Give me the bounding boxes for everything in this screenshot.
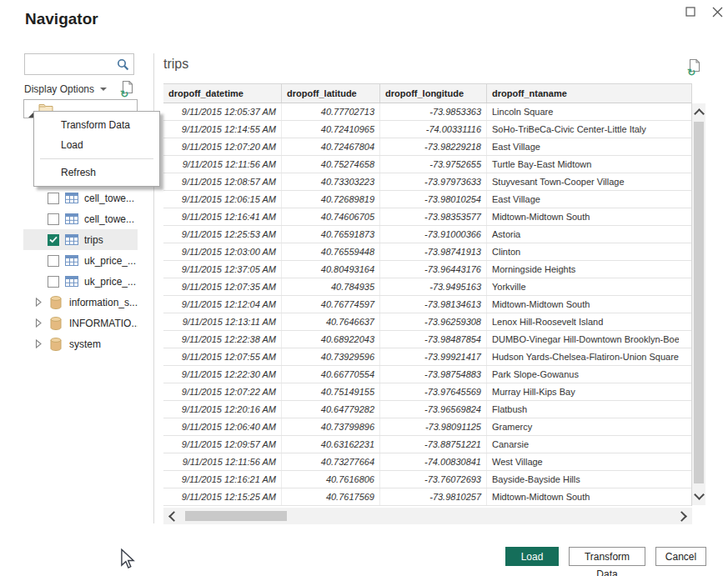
table-cell: 9/11/2015 12:22:38 AM: [163, 331, 282, 348]
checkbox-checked[interactable]: [48, 234, 59, 246]
table-cell: 40.76591873: [282, 226, 380, 243]
checkbox-unchecked[interactable]: [48, 276, 59, 288]
table-cell: -73.98229218: [380, 138, 487, 155]
table-cell: 9/11/2015 12:11:56 AM: [163, 453, 282, 470]
refresh-preview-icon[interactable]: ↻: [689, 58, 702, 75]
table-cell: 40.784935: [282, 278, 380, 295]
table-cell: Stuyvesant Town-Cooper Village: [487, 173, 679, 190]
table-cell: 9/11/2015 12:06:15 AM: [163, 191, 282, 208]
horizontal-scrollbar[interactable]: [163, 508, 692, 524]
sidebar-item-uk-price[interactable]: uk_price_...: [23, 250, 138, 271]
table-row: 9/11/2015 12:08:57 AM40.73303223-73.9797…: [163, 173, 691, 191]
table-row: 9/11/2015 12:22:30 AM40.66770554-73.9875…: [163, 366, 691, 383]
search-input[interactable]: [28, 56, 117, 74]
table-row: 9/11/2015 12:16:41 AM40.74606705-73.9835…: [163, 208, 691, 226]
column-header-dropoff-longitude: dropoff_longitude: [380, 84, 487, 103]
checkbox-unchecked[interactable]: [48, 255, 59, 267]
sidebar-item-information-s[interactable]: information_s...: [23, 292, 138, 313]
sidebar-item-label: uk_price_...: [84, 255, 136, 267]
sidebar-item-label: uk_price_...: [84, 276, 136, 288]
sidebar-item-uk-price[interactable]: uk_price_...: [23, 271, 138, 292]
table-cell: 40.7616806: [282, 471, 380, 488]
table-cell: East Village: [487, 191, 679, 208]
table-cell: -73.9810257: [380, 488, 487, 505]
table-cell: 9/11/2015 12:16:41 AM: [163, 208, 282, 225]
table-icon: [65, 193, 78, 203]
sidebar-item-cell-towe[interactable]: cell_towe...: [23, 208, 138, 229]
table-cell: Lenox Hill-Roosevelt Island: [487, 313, 679, 330]
checkbox-unchecked[interactable]: [48, 213, 59, 225]
scroll-right-icon[interactable]: [676, 511, 687, 522]
navigation-tree: cell_towe...cell_towe...cell_towe...trip…: [23, 167, 138, 354]
table-cell: Canarsie: [487, 436, 679, 453]
sidebar-item-trips[interactable]: trips: [23, 229, 138, 250]
expand-arrow-icon[interactable]: [35, 318, 42, 328]
sidebar-item-label: information_s...: [69, 297, 138, 308]
menu-separator: [40, 158, 153, 159]
table-cell: 9/11/2015 12:37:05 AM: [163, 261, 282, 278]
close-button[interactable]: [709, 3, 725, 20]
menu-item-load[interactable]: Load: [34, 135, 159, 155]
sidebar-item-cell-towe[interactable]: cell_towe...: [23, 188, 138, 208]
table-cell: Clinton: [487, 243, 679, 260]
table-cell: Astoria: [487, 226, 679, 243]
table-cell: 9/11/2015 12:08:57 AM: [163, 173, 282, 190]
cancel-button[interactable]: Cancel: [655, 547, 706, 566]
refresh-arrows-glyph: ↻: [120, 89, 128, 99]
table-cell: 9/11/2015 12:14:55 AM: [163, 121, 282, 138]
table-row: 9/11/2015 12:11:56 AM40.73277664-74.0083…: [163, 453, 691, 471]
table-cell: -73.96259308: [380, 313, 487, 330]
table-cell: Flatbush: [487, 401, 679, 418]
expand-arrow-icon[interactable]: [35, 339, 42, 348]
checkbox-unchecked[interactable]: [48, 193, 59, 204]
table-cell: 40.68922043: [282, 331, 380, 348]
navigator-dialog: Navigator Display Options ↻ cell_towe...…: [0, 0, 728, 576]
expand-arrow-icon[interactable]: [35, 298, 42, 307]
table-cell: 9/11/2015 12:20:16 AM: [163, 401, 282, 418]
sidebar-item-informatio[interactable]: INFORMATIO...: [23, 313, 138, 333]
table-row: 9/11/2015 12:12:04 AM40.76774597-73.9813…: [163, 296, 691, 313]
table-cell: 9/11/2015 12:07:35 AM: [163, 278, 282, 295]
load-button[interactable]: Load: [505, 547, 559, 566]
preview-table-body: 9/11/2015 12:05:37 AM40.77702713-73.9853…: [163, 103, 691, 506]
table-cell: -73.98754883: [380, 366, 487, 383]
table-cell: 9/11/2015 12:22:30 AM: [163, 366, 282, 383]
table-row: 9/11/2015 12:07:55 AM40.73929596-73.9992…: [163, 348, 691, 366]
database-icon: [50, 317, 62, 330]
menu-item-transform-data[interactable]: Transform Data: [34, 115, 159, 135]
table-cell: 40.76559448: [282, 243, 380, 260]
table-cell: 9/11/2015 12:06:40 AM: [163, 418, 282, 435]
database-icon: [50, 338, 62, 351]
vertical-scrollbar[interactable]: [692, 103, 705, 505]
display-options-label: Display Options: [24, 83, 94, 95]
table-icon: [65, 213, 78, 224]
table-row: 9/11/2015 12:06:15 AM40.72689819-73.9801…: [163, 191, 691, 208]
maximize-button[interactable]: [682, 3, 699, 20]
scroll-up-icon[interactable]: [694, 108, 705, 119]
maximize-icon: [685, 7, 695, 17]
table-cell: -73.98091125: [380, 418, 487, 435]
scroll-left-icon[interactable]: [168, 511, 179, 522]
table-cell: -73.88751221: [380, 436, 487, 453]
transform-data-button[interactable]: Transform Data: [569, 547, 645, 566]
menu-item-refresh[interactable]: Refresh: [34, 163, 159, 183]
table-cell: 40.72689819: [282, 191, 380, 208]
refresh-navigator-icon[interactable]: ↻: [122, 80, 135, 97]
sidebar-item-system[interactable]: system: [23, 333, 138, 354]
table-cell: 40.77702713: [282, 103, 380, 120]
table-row: 9/11/2015 12:22:38 AM40.68922043-73.9848…: [163, 331, 691, 348]
search-icon[interactable]: [117, 58, 129, 71]
scroll-down-icon[interactable]: [694, 489, 705, 500]
column-header-dropoff-latitude: dropoff_latitude: [282, 84, 380, 103]
horizontal-scrollbar-thumb[interactable]: [185, 511, 287, 521]
table-cell: 9/11/2015 12:13:11 AM: [163, 313, 282, 330]
table-cell: 9/11/2015 12:05:37 AM: [163, 103, 282, 120]
table-cell: 40.75149155: [282, 383, 380, 400]
table-cell: 9/11/2015 12:12:04 AM: [163, 296, 282, 313]
display-options-dropdown[interactable]: Display Options: [24, 83, 107, 95]
context-menu: Transform DataLoadRefresh: [33, 111, 160, 187]
table-cell: Turtle Bay-East Midtown: [487, 156, 679, 173]
table-cell: -73.98134613: [380, 296, 487, 313]
table-cell: Morningside Heights: [487, 261, 679, 278]
vertical-scrollbar-thumb[interactable]: [694, 122, 704, 483]
